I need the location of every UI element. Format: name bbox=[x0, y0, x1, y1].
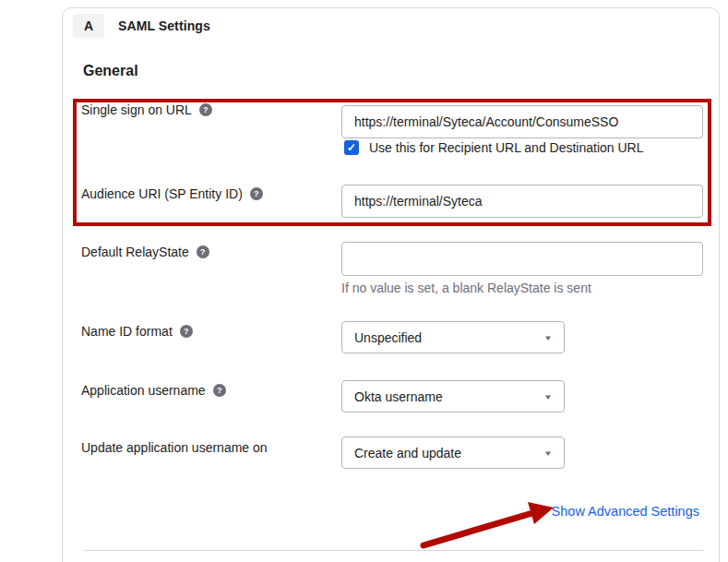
recipient-url-checkbox-label: Use this for Recipient URL and Destinati… bbox=[369, 140, 644, 155]
help-icon[interactable]: ? bbox=[213, 384, 226, 397]
relay-state-input[interactable] bbox=[341, 242, 703, 276]
audience-uri-label: Audience URI (SP Entity ID) ? bbox=[81, 186, 263, 201]
name-id-format-value: Unspecified bbox=[354, 330, 422, 345]
app-username-select[interactable]: Okta username ▼ bbox=[341, 380, 565, 413]
audience-uri-label-text: Audience URI (SP Entity ID) bbox=[81, 186, 243, 201]
help-icon[interactable]: ? bbox=[180, 325, 193, 338]
update-username-label-text: Update application username on bbox=[81, 440, 268, 455]
audience-uri-input[interactable] bbox=[341, 185, 703, 218]
update-username-select[interactable]: Create and update ▼ bbox=[341, 436, 565, 469]
sso-url-label-text: Single sign on URL bbox=[81, 102, 192, 117]
relay-state-label: Default RelayState ? bbox=[81, 245, 209, 259]
relay-state-label-text: Default RelayState bbox=[81, 245, 189, 259]
update-username-value: Create and update bbox=[354, 446, 461, 460]
name-id-format-label-text: Name ID format bbox=[81, 324, 173, 339]
name-id-format-select[interactable]: Unspecified ▼ bbox=[341, 321, 565, 353]
chevron-down-icon: ▼ bbox=[543, 392, 553, 401]
app-username-value: Okta username bbox=[354, 389, 443, 404]
general-section-title: General bbox=[83, 63, 138, 79]
page-title: SAML Settings bbox=[118, 14, 210, 38]
help-icon[interactable]: ? bbox=[250, 187, 263, 200]
relay-state-hint: If no value is set, a blank RelayState i… bbox=[341, 281, 591, 295]
help-icon[interactable]: ? bbox=[197, 245, 209, 258]
sso-url-input[interactable] bbox=[341, 105, 703, 138]
recipient-url-checkbox[interactable]: ✓ bbox=[344, 140, 359, 155]
recipient-url-checkbox-row: ✓ Use this for Recipient URL and Destina… bbox=[344, 140, 644, 155]
section-divider bbox=[83, 550, 703, 551]
section-a-badge: A bbox=[73, 14, 104, 38]
app-username-label: Application username ? bbox=[81, 383, 226, 398]
saml-settings-page: A SAML Settings General Single sign on U… bbox=[0, 0, 728, 562]
sso-url-label: Single sign on URL ? bbox=[81, 102, 212, 117]
app-username-label-text: Application username bbox=[81, 383, 206, 398]
help-icon[interactable]: ? bbox=[199, 103, 212, 116]
show-advanced-settings-link[interactable]: Show Advanced Settings bbox=[552, 504, 699, 519]
update-username-label: Update application username on bbox=[81, 440, 268, 455]
name-id-format-label: Name ID format ? bbox=[81, 324, 193, 339]
chevron-down-icon: ▼ bbox=[543, 448, 553, 457]
chevron-down-icon: ▼ bbox=[543, 333, 553, 341]
